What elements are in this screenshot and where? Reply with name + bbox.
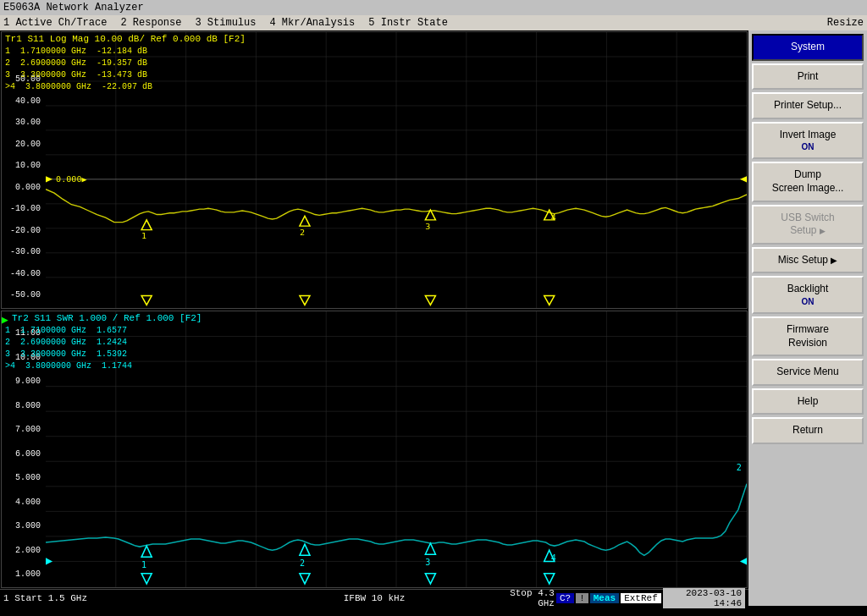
status-bar: 1 Start 1.5 GHz IFBW 10 kHz Stop 4.3 GHz… [0, 589, 748, 606]
chart-top: Tr1 S11 Log Mag 10.00 dB/ Ref 0.000 dB [… [1, 31, 748, 309]
menu-instr-state[interactable]: 5 Instr State [368, 17, 448, 29]
svg-text:1: 1 [141, 560, 146, 569]
svg-text:3: 3 [425, 557, 430, 566]
usb-switch-button[interactable]: USB SwitchSetup ▶ [752, 205, 864, 245]
status-datetime: 2023-03-10 14:46 [663, 588, 745, 608]
svg-marker-65 [425, 574, 435, 584]
svg-marker-57 [141, 546, 152, 557]
svg-text:2: 2 [300, 558, 305, 567]
svg-text:3: 3 [425, 222, 430, 230]
menu-mkr-analysis[interactable]: 4 Mkr/Analysis [269, 17, 355, 29]
return-button[interactable]: Return [752, 417, 864, 444]
chart-top-title: Tr1 S11 Log Mag 10.00 dB/ Ref 0.000 dB [… [5, 34, 246, 44]
chart-bottom: ▶ Tr2 S11 SWR 1.000 / Ref 1.000 [F2] 1 1… [1, 311, 748, 588]
status-badge-c: C? [556, 593, 574, 603]
svg-marker-60 [300, 544, 310, 555]
svg-marker-26 [300, 216, 310, 226]
print-button[interactable]: Print [752, 63, 864, 91]
menu-response[interactable]: 2 Response [120, 17, 181, 29]
svg-marker-25 [141, 296, 152, 305]
svg-marker-55 [740, 558, 747, 564]
svg-marker-62 [300, 574, 310, 584]
misc-setup-button[interactable]: Misc Setup ▶ [752, 247, 864, 274]
status-right: Stop 4.3 GHz C? ! Meas ExtRef 2023-03-10… [498, 588, 745, 608]
svg-text:4: 4 [551, 553, 556, 563]
svg-marker-68 [544, 574, 555, 584]
dump-screen-button[interactable]: DumpScreen Image... [752, 162, 864, 201]
main-area: Tr1 S11 Log Mag 10.00 dB/ Ref 0.000 dB [… [0, 30, 867, 606]
menu-active-ch[interactable]: 1 Active Ch/Trace [3, 17, 107, 29]
chart-bottom-title: Tr2 S11 SWR 1.000 / Ref 1.000 [F2] [12, 313, 202, 323]
svg-marker-31 [425, 296, 435, 305]
invert-image-button[interactable]: Invert Image ON [752, 122, 864, 160]
chart-area: Tr1 S11 Log Mag 10.00 dB/ Ref 0.000 dB [… [0, 30, 748, 606]
status-ifbw: IFBW 10 kHz [251, 593, 498, 603]
svg-marker-21 [740, 176, 747, 182]
app-title: E5063A Network Analyzer [3, 2, 144, 14]
svg-text:0.000▶: 0.000▶ [56, 175, 87, 184]
status-stop: Stop 4.3 GHz [498, 588, 555, 608]
firmware-revision-button[interactable]: FirmwareRevision [752, 316, 864, 356]
system-button[interactable]: System [752, 34, 864, 61]
status-badge-exclaim: ! [576, 593, 588, 603]
svg-marker-28 [300, 296, 310, 305]
right-panel: System Print Printer Setup... Invert Ima… [748, 30, 867, 606]
status-extref-badge[interactable]: ExtRef [621, 593, 661, 603]
svg-text:2: 2 [737, 463, 742, 472]
chart-bottom-markers: 1 1.7100000 GHz 1.6577 2 2.6900000 GHz 1… [5, 325, 132, 372]
svg-text:2: 2 [300, 228, 305, 236]
backlight-button[interactable]: Backlight ON [752, 276, 864, 314]
svg-marker-54 [46, 558, 52, 564]
svg-marker-20 [46, 176, 52, 182]
chart-top-y-axis: 50.00 40.00 30.00 20.00 10.00 0.000 -10.… [2, 74, 44, 300]
menu-bar: 1 Active Ch/Trace 2 Response 3 Stimulus … [0, 15, 867, 30]
service-menu-button[interactable]: Service Menu [752, 359, 864, 386]
chart-top-markers: 1 1.7100000 GHz -12.184 dB 2 2.6900000 G… [5, 46, 152, 93]
svg-text:1: 1 [141, 232, 146, 240]
menu-stimulus[interactable]: 3 Stimulus [195, 17, 256, 29]
status-start: 1 Start 1.5 GHz [3, 593, 251, 603]
help-button[interactable]: Help [752, 388, 864, 415]
svg-marker-59 [141, 574, 152, 584]
svg-text:4: 4 [551, 212, 556, 221]
status-meas-badge[interactable]: Meas [590, 593, 619, 603]
svg-marker-34 [544, 296, 555, 305]
title-bar: E5063A Network Analyzer [0, 0, 867, 15]
resize-button[interactable]: Resize [827, 17, 864, 29]
chart-bottom-svg: 2 1 2 3 [46, 311, 747, 587]
printer-setup-button[interactable]: Printer Setup... [752, 92, 864, 119]
svg-marker-63 [425, 543, 435, 554]
